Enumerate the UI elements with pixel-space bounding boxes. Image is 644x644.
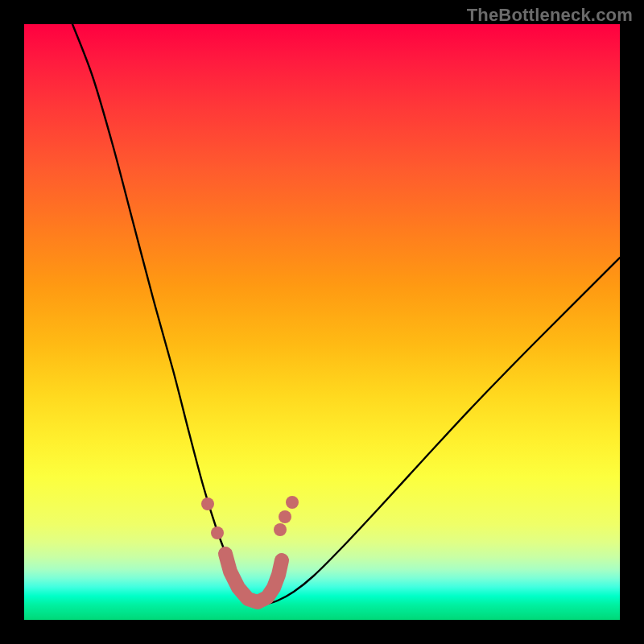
- marker-dot: [279, 510, 291, 523]
- marker-dots: [201, 496, 299, 539]
- marker-dot: [211, 526, 224, 539]
- chart-frame: [24, 24, 620, 620]
- trough-marker: [225, 554, 282, 602]
- watermark-text: TheBottleneck.com: [467, 5, 633, 26]
- bottleneck-curve: [72, 24, 620, 604]
- marker-dot: [201, 497, 214, 510]
- marker-dot: [274, 523, 287, 536]
- curve-overlay: [24, 24, 620, 620]
- marker-dot: [286, 496, 299, 509]
